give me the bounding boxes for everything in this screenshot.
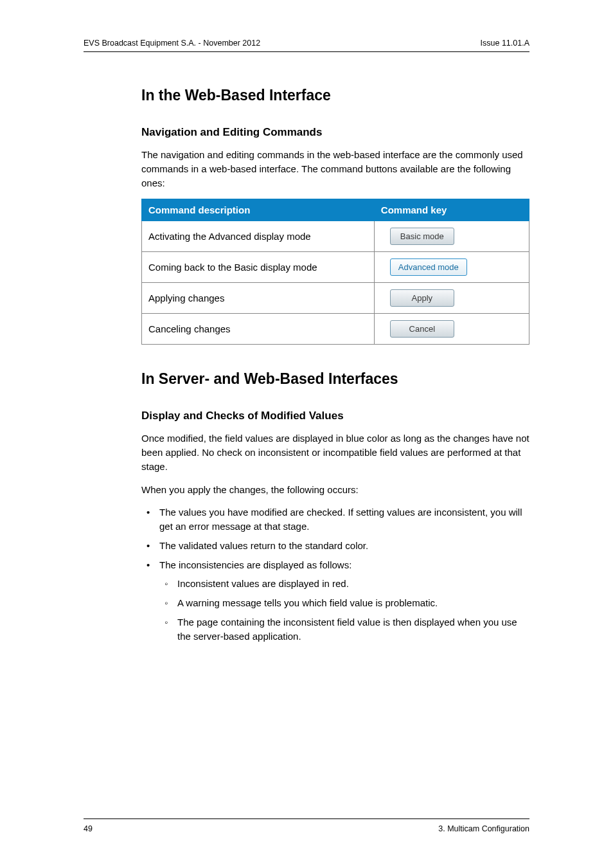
- footer-page-number: 49: [84, 824, 93, 833]
- bullet-list: The values you have modified are checked…: [141, 505, 529, 643]
- table-row: Coming back to the Basic display mode Ad…: [142, 252, 529, 283]
- commands-table: Command description Command key Activati…: [141, 199, 529, 345]
- footer-section-label: 3. Multicam Configuration: [438, 824, 529, 833]
- section1-heading: In the Web-Based Interface: [141, 87, 529, 104]
- table-row: Applying changes Apply: [142, 283, 529, 314]
- header-left: EVS Broadcast Equipment S.A. - November …: [84, 39, 260, 48]
- section2-sub1-heading: Display and Checks of Modified Values: [141, 410, 529, 422]
- section2-heading: In Server- and Web-Based Interfaces: [141, 370, 529, 388]
- list-item: A warning message tells you which field …: [159, 596, 529, 610]
- list-item: Inconsistent values are displayed in red…: [159, 577, 529, 591]
- list-item: The inconsistencies are displayed as fol…: [141, 558, 529, 644]
- cmd-key-cell: Advanced mode: [374, 252, 529, 283]
- cmd-desc: Activating the Advanced display mode: [142, 221, 375, 252]
- list-item: The page containing the inconsistent fie…: [159, 615, 529, 644]
- advanced-mode-button[interactable]: Advanced mode: [390, 258, 467, 276]
- cmd-desc: Canceling changes: [142, 314, 375, 345]
- list-item-text: The inconsistencies are displayed as fol…: [159, 559, 351, 570]
- table-row: Canceling changes Cancel: [142, 314, 529, 345]
- table-header-key: Command key: [374, 199, 529, 221]
- cmd-key-cell: Basic mode: [374, 221, 529, 252]
- section1-sub1-intro: The navigation and editing commands in t…: [141, 148, 529, 190]
- cmd-key-cell: Cancel: [374, 314, 529, 345]
- page-footer: 49 3. Multicam Configuration: [84, 818, 529, 833]
- page-header: EVS Broadcast Equipment S.A. - November …: [84, 39, 529, 52]
- section2-para1: Once modified, the field values are disp…: [141, 431, 529, 473]
- table-header-desc: Command description: [142, 199, 375, 221]
- content-area: In the Web-Based Interface Navigation an…: [141, 87, 529, 643]
- section1-sub1-heading: Navigation and Editing Commands: [141, 126, 529, 139]
- cmd-key-cell: Apply: [374, 283, 529, 314]
- cancel-button[interactable]: Cancel: [390, 320, 454, 338]
- header-right: Issue 11.01.A: [481, 39, 529, 48]
- section2-para2: When you apply the changes, the followin…: [141, 483, 529, 497]
- list-item: The values you have modified are checked…: [141, 505, 529, 534]
- cmd-desc: Coming back to the Basic display mode: [142, 252, 375, 283]
- sub-bullet-list: Inconsistent values are displayed in red…: [159, 577, 529, 643]
- table-row: Activating the Advanced display mode Bas…: [142, 221, 529, 252]
- list-item: The validated values return to the stand…: [141, 539, 529, 553]
- basic-mode-button[interactable]: Basic mode: [390, 228, 454, 245]
- cmd-desc: Applying changes: [142, 283, 375, 314]
- apply-button[interactable]: Apply: [390, 289, 454, 307]
